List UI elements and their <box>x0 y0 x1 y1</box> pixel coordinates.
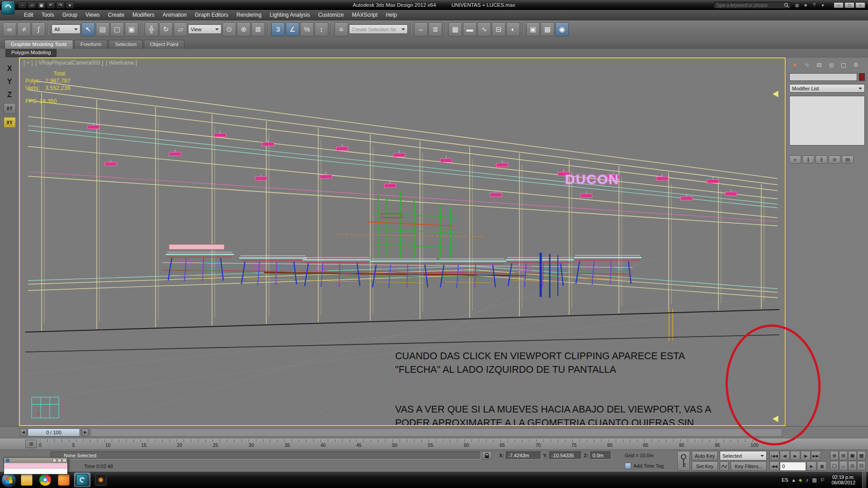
select-object-icon[interactable]: ↖ <box>81 23 95 36</box>
time-slider-left-arrow[interactable]: ◀ <box>20 428 27 436</box>
open-file-icon[interactable]: ▱ <box>28 1 36 9</box>
mini-listener-close-icon[interactable] <box>62 459 66 462</box>
use-pivot-center-icon[interactable]: ⊙ <box>222 23 236 36</box>
save-file-icon[interactable]: ▣ <box>37 1 46 9</box>
menu-animation[interactable]: Animation <box>159 10 191 20</box>
track-bar-strip[interactable] <box>90 428 782 436</box>
axis-y-constraint[interactable]: Y <box>7 77 12 87</box>
pan-icon[interactable]: ↔ <box>839 461 848 470</box>
help-icon[interactable]: ? <box>811 2 818 8</box>
create-tab-icon[interactable]: ∗ <box>790 61 799 69</box>
macro-recorder-pane[interactable] <box>4 463 67 469</box>
minimize-button[interactable]: ─ <box>834 2 844 8</box>
keyboard-override-icon[interactable]: ⊠ <box>251 23 265 36</box>
axis-xy-constraint[interactable]: XY <box>4 103 16 114</box>
application-menu-button[interactable] <box>1 1 15 14</box>
next-key-icon[interactable]: ▶ <box>807 461 816 471</box>
menu-maxscript[interactable]: MAXScript <box>348 10 382 20</box>
search-input[interactable] <box>716 3 784 8</box>
bind-to-spacewarp-icon[interactable]: ∫ <box>32 23 45 36</box>
pin-stack-icon[interactable]: ∝ <box>789 155 801 164</box>
infocenter-menu-icon[interactable]: ▾ <box>819 2 826 8</box>
menu-tools[interactable]: Tools <box>38 10 58 20</box>
modify-tab-icon[interactable]: ∿ <box>802 61 811 69</box>
tab-object-paint[interactable]: Object Paint <box>144 40 185 49</box>
communication-center-icon[interactable]: ◍ <box>793 2 801 8</box>
coord-x-field[interactable]: -7.4243m <box>506 451 541 460</box>
time-slider-right-arrow[interactable]: ▶ <box>82 428 89 436</box>
curve-editor-icon[interactable]: ∿ <box>477 23 491 36</box>
selection-region-icon[interactable]: ▢ <box>110 23 124 36</box>
menu-lighting-analysis[interactable]: Lighting Analysis <box>265 10 314 20</box>
menu-edit[interactable]: Edit <box>20 10 38 20</box>
menu-graph-editors[interactable]: Graph Editors <box>191 10 232 20</box>
set-key-button[interactable]: Set Key <box>692 461 718 471</box>
go-to-start-icon[interactable]: |◀◀ <box>769 451 779 460</box>
layer-manager-icon[interactable]: ▦ <box>448 23 462 36</box>
zoom-extents-all-icon[interactable]: ▦ <box>857 451 866 460</box>
default-in-out-tangents-icon[interactable] <box>720 461 729 471</box>
show-desktop-button[interactable] <box>862 472 866 488</box>
tab-freeform[interactable]: Freeform <box>74 40 108 49</box>
rendered-frame-icon[interactable]: ▦ <box>541 23 554 36</box>
time-configuration-icon[interactable]: ▦ <box>817 461 827 471</box>
menu-modifiers[interactable]: Modifiers <box>128 10 159 20</box>
set-key-mode-toggle[interactable] <box>677 451 690 471</box>
mirror-icon[interactable]: ⇔ <box>414 23 428 36</box>
tray-network-icon[interactable]: ▥ <box>812 477 816 483</box>
render-production-icon[interactable]: ◉ <box>555 23 569 36</box>
axis-x-constraint[interactable]: X <box>7 64 12 74</box>
selection-lock-toggle[interactable] <box>482 451 492 460</box>
menu-create[interactable]: Create <box>104 10 128 20</box>
graphite-toggle-icon[interactable]: ▬ <box>463 23 476 36</box>
angle-snap-icon[interactable]: ∠ <box>286 23 299 36</box>
axis-xy-constraint-alt[interactable]: XY <box>4 117 16 128</box>
mini-listener-titlebar[interactable] <box>4 458 67 463</box>
viewport-shading-menu[interactable]: [ Wireframe ] <box>106 60 137 66</box>
spinner-snap-icon[interactable]: ↕ <box>315 23 328 36</box>
modifier-list-dropdown[interactable]: Modifier List <box>789 84 865 93</box>
percent-snap-icon[interactable]: % <box>300 23 314 36</box>
orbit-icon[interactable]: ◎ <box>848 461 857 470</box>
zoom-icon[interactable]: ⊕ <box>830 451 839 460</box>
display-tab-icon[interactable]: ▢ <box>839 61 848 69</box>
edit-named-selections-icon[interactable]: ≡ <box>335 23 348 36</box>
utilities-tab-icon[interactable]: ⚙ <box>851 61 860 69</box>
select-and-link-icon[interactable]: ∞ <box>3 23 16 36</box>
go-to-end-icon[interactable]: ▶▶| <box>811 451 821 460</box>
select-and-manipulate-icon[interactable]: ⊕ <box>237 23 250 36</box>
viewport-clipping-arrow-top[interactable] <box>772 90 778 98</box>
select-by-name-icon[interactable]: ▤ <box>96 23 109 36</box>
remove-modifier-icon[interactable]: ⊘ <box>829 155 840 164</box>
timeline-config-icon[interactable]: ⊞ <box>25 440 37 448</box>
axis-z-constraint[interactable]: Z <box>7 90 12 100</box>
tray-volume-icon[interactable]: ♪ <box>806 477 809 483</box>
schematic-view-icon[interactable]: ⊟ <box>492 23 505 36</box>
coord-z-field[interactable]: 0.0m <box>590 451 611 460</box>
start-button[interactable] <box>1 473 16 488</box>
hidden-icons-button[interactable]: ▴ <box>793 477 795 483</box>
object-name-field[interactable] <box>789 73 857 81</box>
material-editor-icon[interactable]: ◐ <box>506 23 520 36</box>
configure-modifier-sets-icon[interactable]: ▤ <box>842 155 854 164</box>
show-end-result-icon[interactable]: ∥ <box>802 155 814 164</box>
restore-button[interactable]: ▢ <box>844 2 854 8</box>
selection-filter-dropdown[interactable]: All <box>52 24 80 34</box>
camera-viewport[interactable]: DUCON DUCON <box>19 57 786 426</box>
select-and-move-icon[interactable]: ╬ <box>145 23 158 36</box>
tab-selection[interactable]: Selection <box>108 40 142 49</box>
listener-pane[interactable] <box>4 469 67 474</box>
window-crossing-icon[interactable]: ▣ <box>125 23 138 36</box>
motion-tab-icon[interactable]: ◎ <box>827 61 836 69</box>
redo-icon[interactable]: ↷ <box>56 1 65 9</box>
reference-coordinate-dropdown[interactable]: View <box>188 24 222 34</box>
zoom-all-icon[interactable]: ⊞ <box>839 451 848 460</box>
tab-polygon-modeling[interactable]: Polygon Modeling <box>5 49 57 57</box>
menu-customize[interactable]: Customize <box>314 10 348 20</box>
make-unique-icon[interactable]: ⊻ <box>816 155 827 164</box>
zoom-extents-icon[interactable]: ▣ <box>848 451 857 460</box>
zoom-region-icon[interactable]: ▢ <box>830 461 839 470</box>
next-frame-icon[interactable]: |▶ <box>801 451 811 460</box>
previous-key-icon[interactable]: ◀◀ <box>769 461 779 471</box>
timeline-ruler[interactable]: ⊞ 05101520253035404550556065707580859095… <box>0 438 868 450</box>
